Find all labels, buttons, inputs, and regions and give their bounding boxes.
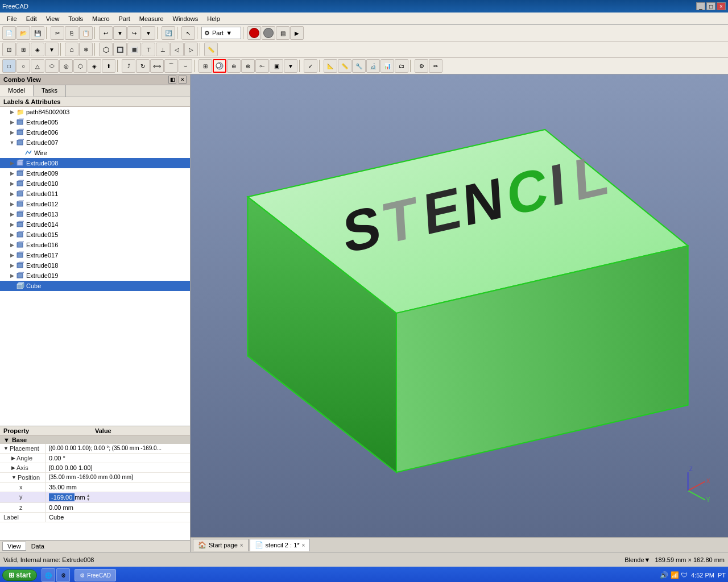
cutout-tool-dd[interactable]: ▼: [284, 59, 297, 73]
tree-item-ext018[interactable]: ▶ Extrude018: [0, 260, 190, 271]
tree-item-ext014[interactable]: ▶ Extrude014: [0, 219, 190, 230]
y-up[interactable]: ▲: [86, 493, 90, 497]
refresh-btn[interactable]: 🔄: [162, 26, 175, 40]
fillet-tool[interactable]: ⌒: [164, 59, 178, 73]
tab-tasks[interactable]: Tasks: [34, 85, 66, 97]
measure6[interactable]: 🗂: [395, 59, 408, 73]
sphere-tool[interactable]: ○: [16, 59, 30, 73]
undo-dropdown[interactable]: ▼: [113, 26, 127, 40]
open-btn[interactable]: 📂: [16, 26, 30, 40]
combo-float-btn[interactable]: ◧: [168, 76, 176, 84]
copy-btn[interactable]: ⎘: [65, 26, 78, 40]
measure5[interactable]: 📊: [380, 59, 394, 73]
chamfer-tool[interactable]: ⌣: [179, 59, 192, 73]
save-btn[interactable]: 💾: [31, 26, 44, 40]
embed-tool[interactable]: ▣: [270, 59, 283, 73]
tab-start-page[interactable]: 🏠 Start page ×: [193, 539, 249, 551]
taskbar-freecad-btn[interactable]: ⚙ FreeCAD: [75, 569, 116, 581]
tree-item-cube[interactable]: Cube: [0, 281, 190, 291]
cut-tool-highlighted[interactable]: [213, 59, 226, 73]
tree-item-ext019[interactable]: ▶ Extrude019: [0, 271, 190, 281]
back-view-btn[interactable]: 🔳: [127, 43, 141, 56]
common-tool[interactable]: ⊗: [241, 59, 255, 73]
prism-tool[interactable]: ⬡: [73, 59, 87, 73]
menu-macro[interactable]: Macro: [88, 14, 114, 23]
menu-measure[interactable]: Measure: [135, 14, 168, 23]
tab-view[interactable]: View: [2, 542, 26, 551]
stop-btn[interactable]: [262, 26, 275, 40]
paste-btn[interactable]: 📋: [79, 26, 93, 40]
prop-value-y[interactable]: -169.00 mm ▲ ▼: [46, 492, 190, 502]
part-menu-btn[interactable]: ⚙: [415, 59, 428, 73]
measure3[interactable]: 🔧: [352, 59, 366, 73]
menu-view[interactable]: View: [42, 14, 64, 23]
render-mode[interactable]: Blende▼: [624, 556, 650, 563]
tree-item-ext005[interactable]: ▶ Extrude005: [0, 117, 190, 127]
tree-item-ext015[interactable]: ▶ Extrude015: [0, 230, 190, 240]
draw-style-dd[interactable]: ▼: [45, 43, 59, 56]
minimize-btn[interactable]: _: [696, 2, 705, 10]
macro-edit-btn[interactable]: ▤: [276, 26, 289, 40]
prop-y[interactable]: y -169.00 mm ▲ ▼: [0, 492, 190, 503]
combo-close-btn[interactable]: ×: [179, 76, 187, 84]
menu-tools[interactable]: Tools: [64, 14, 88, 23]
menu-part[interactable]: Part: [114, 14, 135, 23]
ie-icon[interactable]: 🌐: [42, 568, 55, 582]
tree-item-ext012[interactable]: ▶ Extrude012: [0, 199, 190, 209]
y-value[interactable]: -169.00: [49, 493, 75, 501]
cylinder-tool[interactable]: ⬭: [45, 59, 59, 73]
new-btn[interactable]: 📄: [2, 26, 16, 40]
workbench-dropdown[interactable]: ⚙ Part ▼: [201, 27, 241, 39]
tree-item-wire[interactable]: Wire: [0, 148, 190, 158]
home-view-btn[interactable]: ⌂: [65, 43, 78, 56]
menu-edit[interactable]: Edit: [22, 14, 42, 23]
tree-item-ext010[interactable]: ▶ Extrude010: [0, 178, 190, 189]
redo-btn[interactable]: ↪: [127, 26, 141, 40]
tab-stencil-close[interactable]: ×: [302, 542, 305, 548]
tab-stencil[interactable]: 📄 stencil 2 : 1* ×: [250, 539, 311, 551]
close-btn[interactable]: ×: [717, 2, 726, 10]
measure1[interactable]: 📐: [324, 59, 337, 73]
tab-data[interactable]: Data: [26, 542, 49, 551]
tree-item-ext009[interactable]: ▶ Extrude009: [0, 168, 190, 178]
menu-file[interactable]: File: [2, 14, 22, 23]
mirror-tool[interactable]: ⟺: [150, 59, 164, 73]
draw-style-btn[interactable]: ◈: [31, 43, 44, 56]
y-spinbox[interactable]: ▲ ▼: [86, 493, 90, 501]
check-geometry[interactable]: ✓: [304, 59, 317, 73]
record-btn[interactable]: [247, 26, 261, 40]
undo-btn[interactable]: ↩: [99, 26, 113, 40]
tab-start-close[interactable]: ×: [240, 542, 243, 548]
revolve-tool[interactable]: ↻: [136, 59, 150, 73]
cone-tool[interactable]: △: [31, 59, 44, 73]
connect-tool[interactable]: ⟜: [255, 59, 269, 73]
right-view-btn[interactable]: ▷: [184, 43, 198, 56]
redo-dropdown[interactable]: ▼: [142, 26, 155, 40]
front-view-btn[interactable]: 🔲: [113, 43, 127, 56]
start-button[interactable]: ⊞ start: [2, 569, 37, 581]
pointer-btn[interactable]: ↖: [181, 26, 195, 40]
menu-help[interactable]: Help: [202, 14, 225, 23]
import-shape[interactable]: ⬆: [102, 59, 115, 73]
bool-tool[interactable]: ⊞: [198, 59, 212, 73]
shape-from-mesh[interactable]: ◈: [88, 59, 101, 73]
tree-item-ext013[interactable]: ▶ Extrude013: [0, 209, 190, 219]
top-view-btn[interactable]: ⊤: [142, 43, 155, 56]
left-view-btn[interactable]: ◁: [170, 43, 184, 56]
viewport[interactable]: S T E N C I L X Y Z: [191, 74, 728, 552]
fit-select-btn[interactable]: ⊞: [16, 43, 30, 56]
macro-run-btn[interactable]: ▶: [290, 26, 304, 40]
box-tool[interactable]: □: [2, 59, 16, 73]
y-down[interactable]: ▼: [86, 497, 90, 501]
fuse-tool[interactable]: ⊕: [227, 59, 241, 73]
tree-item-ext006[interactable]: ▶ Extrude006: [0, 127, 190, 138]
cut-btn[interactable]: ✂: [51, 26, 64, 40]
ruler-btn[interactable]: 📏: [204, 43, 218, 56]
tree-item-ext008[interactable]: ▶ Extrude008: [0, 158, 190, 168]
torus-tool[interactable]: ◎: [59, 59, 73, 73]
axon-view-btn[interactable]: ⬡: [99, 43, 113, 56]
extrude-tool[interactable]: ⤴: [122, 59, 135, 73]
freeze-btn[interactable]: ❄: [79, 43, 93, 56]
tree-item-ext007[interactable]: ▼ Extrude007: [0, 138, 190, 148]
menu-windows[interactable]: Windows: [168, 14, 203, 23]
